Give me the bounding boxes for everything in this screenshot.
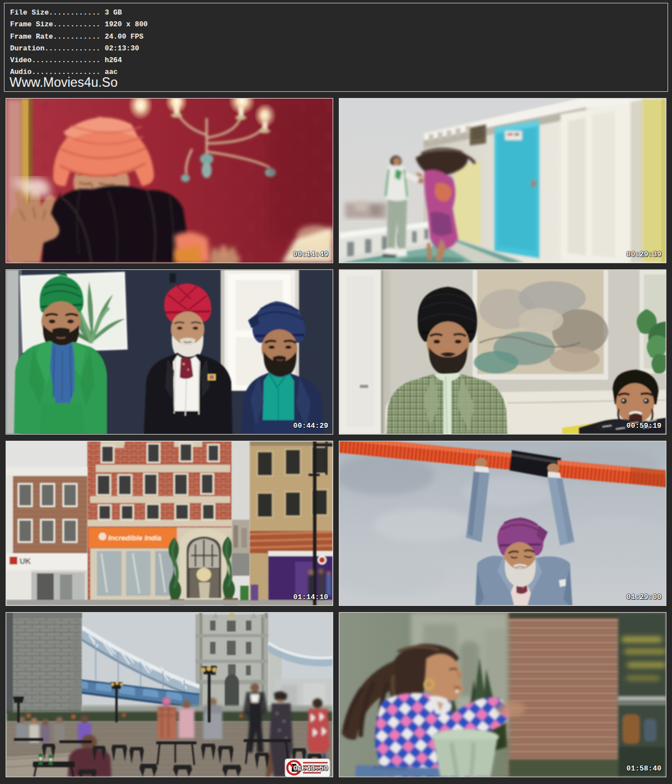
svg-text:Incredible India: Incredible India [108, 534, 161, 542]
svg-text:UK: UK [20, 557, 31, 566]
